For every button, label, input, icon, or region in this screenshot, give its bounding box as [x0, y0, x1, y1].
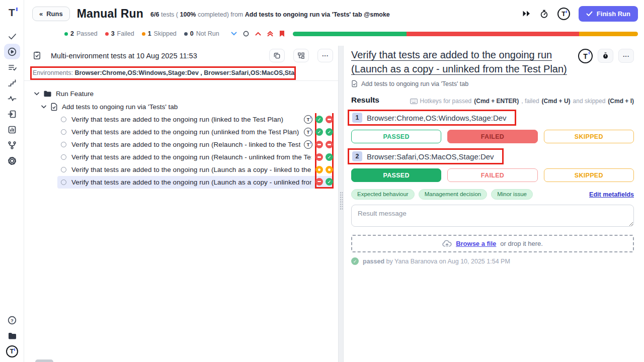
tag-pill[interactable]: Management decision — [419, 189, 488, 200]
skipped-button[interactable]: SKIPPED — [544, 130, 634, 143]
chevron-down-icon[interactable] — [41, 105, 46, 109]
environment-name: Browser:Chrome,OS:Windows,Stage:Dev — [367, 114, 507, 122]
gear-icon — [7, 156, 17, 166]
results-heading: Results — [351, 96, 379, 105]
tag-pill[interactable]: Minor issue — [491, 189, 533, 200]
test-results-cell-annotated — [315, 113, 334, 126]
passed-button[interactable]: PASSED — [351, 130, 441, 143]
panel-resizer[interactable] — [338, 46, 344, 362]
fast-forward-icon[interactable] — [522, 10, 531, 17]
sidebar-item-tests[interactable] — [4, 28, 20, 44]
user-avatar[interactable]: T — [557, 8, 570, 20]
chevron-up-icon[interactable] — [255, 32, 261, 36]
tree-suite-row[interactable]: Add tests to ongoing run via 'Tests' tab — [41, 100, 338, 113]
test-detail-title[interactable]: Verify that tests are added to the ongoi… — [351, 48, 573, 76]
radio-icon[interactable] — [61, 154, 66, 160]
logo-accent — [589, 52, 590, 54]
edit-metafields-link[interactable]: Edit metafields — [589, 191, 634, 198]
summary-row: 2 Passed 3 Failed 1 Skipped 0 Not Run — [64, 28, 638, 40]
sidebar-item-branches[interactable] — [4, 137, 20, 153]
sidebar-item-pulse[interactable] — [4, 90, 20, 106]
logo-accent — [16, 8, 18, 11]
chevron-down-icon[interactable] — [231, 32, 237, 36]
failed-status-icon[interactable] — [315, 141, 323, 148]
sidebar-item-milestones[interactable] — [4, 75, 20, 90]
result-message-input[interactable] — [351, 205, 634, 227]
assignee-avatar[interactable]: T — [578, 49, 593, 63]
timer-icon[interactable] — [539, 9, 549, 19]
help-icon: ? — [7, 315, 17, 325]
logo-accent — [14, 348, 15, 351]
tag-pill[interactable]: Expected behaviour — [351, 189, 415, 200]
browse-file-link[interactable]: Browse a file — [456, 240, 496, 247]
finish-run-button[interactable]: Finish Run — [579, 6, 638, 22]
back-to-runs-button[interactable]: « Runs — [32, 7, 70, 21]
logo-accent — [566, 11, 567, 13]
chevron-down-icon[interactable] — [34, 92, 39, 96]
chevrons-up-icon[interactable] — [267, 31, 273, 37]
radio-icon[interactable] — [61, 142, 66, 147]
sidebar-item-runs[interactable] — [4, 44, 20, 59]
passed-status-icon[interactable] — [326, 178, 333, 186]
progress-failed-segment — [407, 32, 579, 36]
failed-status-icon[interactable] — [315, 153, 323, 161]
failed-status-icon[interactable] — [326, 141, 333, 148]
import-box-icon — [7, 109, 17, 119]
stopwatch-icon — [602, 52, 609, 60]
failed-status-icon[interactable] — [315, 178, 323, 186]
summary-failed: 3 Failed — [105, 30, 134, 37]
suite-breadcrumb[interactable]: Add tests to ongoing run via 'Tests' tab — [351, 80, 634, 87]
timer-button[interactable] — [598, 49, 613, 63]
company-logo-avatar: T — [6, 345, 18, 357]
passed-status-icon[interactable] — [326, 128, 333, 136]
test-row[interactable]: Verify that tests are added to the ongoi… — [57, 163, 334, 176]
test-row[interactable]: Verify that tests are added to the ongoi… — [57, 126, 334, 138]
passed-button-active[interactable]: PASSED — [351, 168, 441, 182]
failed-button[interactable]: FAILED — [447, 168, 537, 182]
radio-icon[interactable] — [61, 129, 66, 135]
passed-status-icon[interactable] — [315, 116, 323, 123]
environment-index-badge: 1 — [352, 113, 362, 123]
app-logo[interactable]: T — [9, 3, 15, 22]
sidebar-item-analytics[interactable] — [4, 122, 20, 137]
test-row[interactable]: Verify that tests are added to the ongoi… — [57, 138, 334, 151]
radio-icon[interactable] — [61, 179, 66, 185]
tree-view-button[interactable] — [293, 49, 309, 62]
bookmark-icon[interactable] — [279, 30, 285, 37]
failed-button-active[interactable]: FAILED — [447, 130, 537, 143]
radio-icon[interactable] — [61, 117, 66, 122]
assignee-avatar: T — [304, 128, 312, 136]
run-subtitle: 6/6 tests ( 100% completed) from Add tes… — [150, 11, 390, 18]
copy-run-button[interactable] — [269, 49, 285, 62]
more-options-button[interactable]: ··· — [317, 49, 333, 62]
tree-folder-row[interactable]: Run Feature — [34, 87, 338, 100]
test-row-selected[interactable]: Verify that tests are added to the ongoi… — [57, 176, 334, 189]
skipped-status-icon[interactable] — [326, 166, 333, 173]
assignee-avatar: T — [304, 115, 312, 124]
failed-status-icon[interactable] — [326, 116, 333, 123]
passed-status-icon[interactable] — [326, 153, 333, 161]
circle-icon[interactable] — [243, 31, 249, 37]
run-group-title: Multi-environment tests at 10 Aug 2025 1… — [51, 52, 261, 60]
sidebar-item-import[interactable] — [4, 106, 20, 122]
sidebar-item-plans[interactable] — [4, 59, 20, 75]
keyboard-icon — [410, 99, 418, 104]
test-row[interactable]: Verify that tests are added to the ongoi… — [57, 151, 334, 163]
run-progress-bar — [293, 32, 638, 36]
help-button[interactable]: ? — [4, 312, 20, 328]
result-meta-line: ✓ passed by Yana Baranova on Aug 10, 202… — [351, 257, 634, 265]
more-options-button[interactable]: ··· — [618, 49, 634, 63]
horizontal-scrollbar-thumb[interactable] — [35, 359, 53, 362]
assignee-avatar: T — [304, 140, 312, 149]
suite-label: Add tests to ongoing run via 'Tests' tab — [62, 103, 178, 111]
file-dropzone[interactable]: Browse a file or drop it here. — [351, 235, 634, 252]
passed-status-icon[interactable] — [315, 128, 323, 136]
skipped-status-icon[interactable] — [315, 166, 323, 173]
test-results-cell-annotated — [315, 126, 334, 138]
sidebar-item-settings[interactable] — [4, 153, 20, 168]
radio-icon[interactable] — [61, 167, 66, 172]
test-row[interactable]: Verify that tests are added to the ongoi… — [57, 113, 334, 126]
projects-button[interactable] — [4, 328, 20, 343]
account-avatar[interactable]: T — [4, 343, 20, 359]
skipped-button[interactable]: SKIPPED — [544, 168, 634, 182]
